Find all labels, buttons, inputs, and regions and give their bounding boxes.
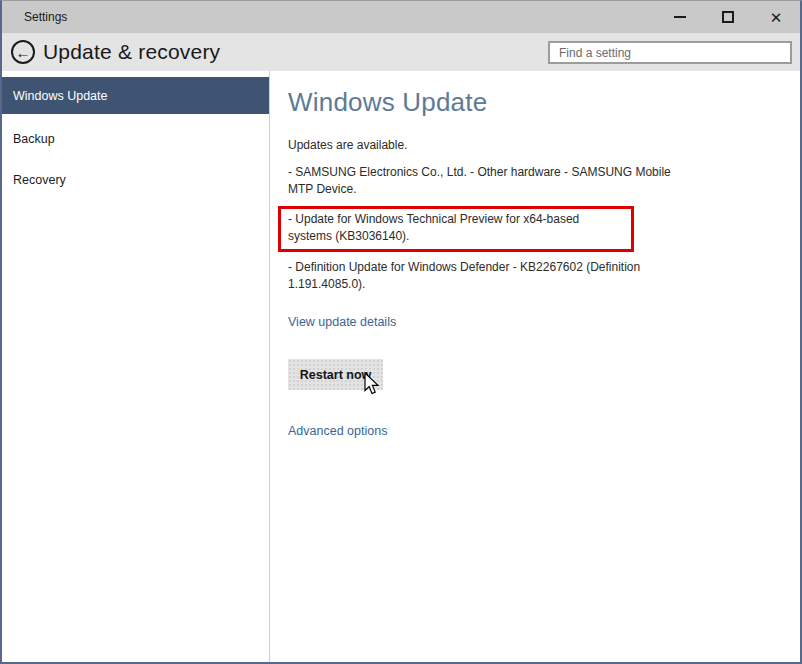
- titlebar: Settings ✕: [2, 1, 800, 33]
- section-title: Windows Update: [288, 87, 780, 118]
- update-list-item: - Definition Update for Windows Defender…: [288, 259, 672, 293]
- close-icon: ✕: [770, 10, 783, 25]
- minimize-icon: [674, 16, 686, 18]
- page-title: Update & recovery: [43, 40, 220, 64]
- settings-window: Settings ✕ ← Update & recovery Windows U…: [0, 0, 802, 664]
- maximize-button[interactable]: [704, 1, 752, 33]
- sidebar-item-windows-update[interactable]: Windows Update: [2, 77, 269, 114]
- sidebar-item-label: Windows Update: [13, 89, 108, 103]
- view-update-details-link[interactable]: View update details: [288, 315, 780, 329]
- search-input[interactable]: [548, 41, 792, 64]
- restart-now-button[interactable]: Restart now: [288, 359, 383, 390]
- sidebar-item-backup[interactable]: Backup: [2, 118, 269, 159]
- red-highlight-annotation: - Update for Windows Technical Preview f…: [278, 206, 634, 252]
- update-status: Updates are available.: [288, 138, 780, 152]
- sidebar-item-label: Recovery: [13, 173, 66, 187]
- main-pane: Windows Update Updates are available. - …: [270, 71, 800, 662]
- window-title: Settings: [2, 10, 67, 24]
- restart-button-area: Restart now: [288, 359, 384, 390]
- back-button[interactable]: ←: [11, 40, 35, 64]
- sidebar-item-label: Backup: [13, 132, 55, 146]
- sidebar-item-recovery[interactable]: Recovery: [2, 159, 269, 200]
- advanced-options-link[interactable]: Advanced options: [288, 424, 780, 438]
- sidebar: Windows Update Backup Recovery: [2, 71, 270, 662]
- maximize-icon: [722, 11, 734, 23]
- update-list-item-highlighted: - Update for Windows Technical Preview f…: [288, 211, 624, 245]
- update-list-item: - SAMSUNG Electronics Co., Ltd. - Other …: [288, 164, 672, 198]
- page-header: ← Update & recovery: [2, 33, 800, 71]
- close-button[interactable]: ✕: [752, 1, 800, 33]
- content-area: Windows Update Backup Recovery Windows U…: [2, 71, 800, 662]
- back-arrow-icon: ←: [16, 45, 31, 60]
- minimize-button[interactable]: [656, 1, 704, 33]
